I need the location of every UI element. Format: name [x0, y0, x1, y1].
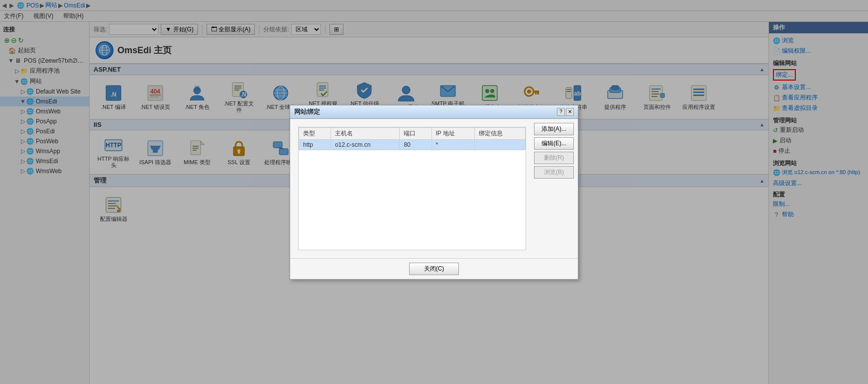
dialog-main-content: 类型 主机名 端口 IP 地址 绑定信息 http o12.c-scm.cn	[290, 119, 578, 258]
dialog-title-bar: 网站绑定 ? ✕	[290, 105, 578, 119]
dialog-close-btn[interactable]: 关闭(C)	[409, 263, 459, 275]
col-hostname: 主机名	[331, 127, 400, 139]
dialog-close-x-btn[interactable]: ✕	[566, 108, 574, 116]
dialog-empty-area	[299, 150, 526, 250]
dialog-help-btn[interactable]: ?	[557, 108, 565, 116]
dialog-browse-btn[interactable]: 浏览(B)	[534, 166, 574, 179]
col-ip: IP 地址	[432, 127, 475, 139]
dialog-table-area: 类型 主机名 端口 IP 地址 绑定信息 http o12.c-scm.cn	[290, 119, 530, 258]
col-type: 类型	[299, 127, 331, 139]
website-binding-dialog: 网站绑定 ? ✕ 类型 主机名 端口 IP 地址	[290, 105, 578, 280]
dialog-content: 类型 主机名 端口 IP 地址 绑定信息 http o12.c-scm.cn	[298, 127, 526, 250]
dialog-footer: 关闭(C)	[290, 258, 578, 279]
dialog-overlay: 网站绑定 ? ✕ 类型 主机名 端口 IP 地址	[0, 0, 868, 384]
cell-port: 80	[400, 139, 432, 150]
dialog-action-buttons: 添加(A)... 编辑(E)... 删除(R) 浏览(B)	[530, 119, 578, 258]
dialog-title-buttons: ? ✕	[557, 108, 574, 116]
col-port: 端口	[400, 127, 432, 139]
dialog-title-text: 网站绑定	[294, 107, 320, 116]
dialog-add-btn[interactable]: 添加(A)...	[534, 123, 574, 135]
cell-type: http	[299, 139, 331, 150]
dialog-delete-btn[interactable]: 删除(R)	[534, 152, 574, 164]
cell-hostname: o12.c-scm.cn	[331, 139, 400, 150]
cell-ip: *	[432, 139, 475, 150]
col-binding: 绑定信息	[475, 127, 526, 139]
table-row[interactable]: http o12.c-scm.cn 80 *	[299, 139, 526, 150]
cell-binding-info	[475, 139, 526, 150]
dialog-edit-btn[interactable]: 编辑(E)...	[534, 137, 574, 150]
dialog-table: 类型 主机名 端口 IP 地址 绑定信息 http o12.c-scm.cn	[299, 127, 526, 150]
